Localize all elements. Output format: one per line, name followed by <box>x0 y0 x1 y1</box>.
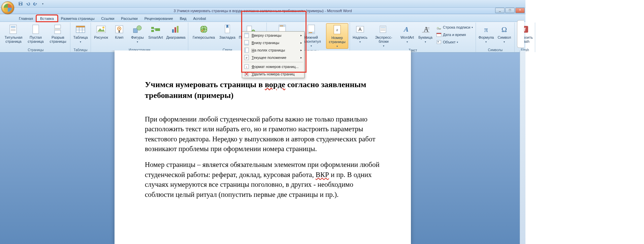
wordart-button[interactable]: A WordArt▾ <box>398 23 416 44</box>
menu-bottom-label: Внизу страницы <box>252 41 298 45</box>
minimize-button[interactable]: _ <box>495 8 505 13</box>
blank-page-label: Пустая страница <box>26 35 46 43</box>
svg-rect-59 <box>437 33 441 34</box>
page-break-button[interactable]: Разрыв страницы <box>47 23 69 43</box>
symbol-label: Символ <box>498 35 511 39</box>
textbox-button[interactable]: A Надпись▾ <box>351 23 369 44</box>
dropcap-button[interactable]: A Буквица▾ <box>417 23 434 44</box>
table-icon <box>75 24 86 35</box>
tab-review[interactable]: Рецензирование <box>141 15 176 22</box>
group-symbols: π Формула▾ Ω Символ▾ Символы <box>476 23 515 52</box>
qat-undo-icon[interactable] <box>25 1 31 7</box>
page-number-button[interactable]: # Номер страницы▾ <box>326 23 348 49</box>
page-number-label: Номер страницы <box>329 36 345 44</box>
datetime-button[interactable]: Дата и время <box>435 31 474 38</box>
qat-redo-icon[interactable] <box>32 1 38 7</box>
bookmark-button[interactable]: Закладка <box>219 23 236 39</box>
chart-button[interactable]: Диаграмма <box>165 23 187 39</box>
menu-remove-numbers[interactable]: Удалить номера страниц <box>242 70 304 78</box>
signature-icon <box>436 25 442 30</box>
object-button[interactable]: Объект ▾ <box>435 39 474 45</box>
picture-button[interactable]: Рисунок <box>92 23 110 39</box>
menu-bottom-of-page[interactable]: Внизу страницы▸ <box>242 39 304 46</box>
bookmark-icon <box>222 24 233 35</box>
svg-rect-4 <box>11 26 15 28</box>
menu-page-margins[interactable]: На полях страницы▸ <box>242 46 304 54</box>
menu-current-icon: # <box>244 55 250 61</box>
close-button[interactable]: × <box>515 8 525 13</box>
maximize-button[interactable]: □ <box>505 8 515 13</box>
hyperlink-icon <box>198 24 209 35</box>
svg-rect-71 <box>245 48 246 52</box>
document-page[interactable]: Учимся нумеровать страницы в ворде согла… <box>115 50 411 244</box>
svg-point-22 <box>119 28 120 29</box>
blank-page-icon <box>30 24 41 35</box>
clip-button[interactable]: Клип <box>110 23 128 39</box>
svg-rect-40 <box>280 26 283 26</box>
svg-rect-28 <box>155 28 160 31</box>
word-window: ▾ 3 Учимся нумеровать страницы в ворде с… <box>0 0 525 244</box>
tab-home[interactable]: Главная <box>15 15 36 22</box>
tab-references[interactable]: Ссылки <box>98 15 118 22</box>
symbol-button[interactable]: Ω Символ▾ <box>495 23 513 44</box>
quickparts-button[interactable]: Экспресс-блоки▾ <box>369 23 398 48</box>
side-tab-handle[interactable] <box>517 20 524 48</box>
vertical-scrollbar[interactable] <box>520 50 525 244</box>
svg-rect-26 <box>151 27 154 29</box>
shapes-button[interactable]: Фигуры▾ <box>129 23 146 44</box>
svg-point-25 <box>137 26 141 30</box>
equation-button[interactable]: π Формула▾ <box>477 23 495 44</box>
tab-view[interactable]: Вид <box>176 15 190 22</box>
svg-rect-8 <box>55 25 61 28</box>
svg-rect-9 <box>55 30 61 34</box>
page-break-label: Разрыв страницы <box>48 35 68 43</box>
cover-page-label: Титульная страница <box>3 35 24 43</box>
svg-rect-7 <box>33 25 39 34</box>
chart-icon <box>170 24 181 35</box>
svg-text:1: 1 <box>246 66 248 69</box>
signature-line-label: Строка подписи <box>443 25 470 29</box>
menu-remove-label: Удалить номера страниц <box>252 72 302 76</box>
menu-current-position[interactable]: # Текущее положение▸ <box>242 54 304 61</box>
shapes-label: Фигуры <box>131 35 144 39</box>
office-button[interactable] <box>1 1 14 14</box>
cover-page-icon <box>8 24 19 35</box>
menu-format-numbers[interactable]: 1 Формат номеров страниц... <box>242 63 304 70</box>
page-break-icon <box>53 24 63 35</box>
cover-page-button[interactable]: Титульная страница <box>3 23 24 43</box>
svg-rect-67 <box>245 33 248 34</box>
svg-rect-30 <box>174 27 176 33</box>
hyperlink-button[interactable]: Гиперссылка <box>190 23 218 39</box>
menu-format-label: Формат номеров страниц... <box>252 65 302 69</box>
qat-customize-icon[interactable]: ▾ <box>40 1 46 7</box>
datetime-label: Дата и время <box>443 33 466 37</box>
svg-text:Ω: Ω <box>502 25 507 34</box>
svg-rect-51 <box>381 30 385 31</box>
svg-text:#: # <box>246 56 247 60</box>
wordart-icon: A <box>402 24 413 35</box>
smartart-icon <box>150 24 161 35</box>
svg-rect-1 <box>20 2 22 4</box>
table-button[interactable]: Таблица▾ <box>72 23 89 44</box>
quickparts-icon <box>378 24 389 35</box>
smartart-button[interactable]: SmartArt <box>147 23 164 39</box>
tab-insert[interactable]: Вставка <box>36 15 58 22</box>
menu-top-of-page[interactable]: Вверху страницы▸ <box>242 32 304 39</box>
menu-current-label: Текущее положение <box>252 56 298 60</box>
picture-label: Рисунок <box>94 35 108 39</box>
tab-acrobat[interactable]: Acrobat <box>190 15 210 22</box>
right-blank-area <box>525 0 644 244</box>
svg-text:A: A <box>403 26 410 33</box>
signature-line-button[interactable]: Строка подписи ▾ <box>435 24 474 31</box>
tab-page-layout[interactable]: Разметка страницы <box>58 15 98 22</box>
svg-text:π: π <box>484 25 488 34</box>
chart-label: Диаграмма <box>166 35 185 39</box>
menu-top-label: Вверху страницы <box>252 33 298 37</box>
tab-mailings[interactable]: Рассылки <box>118 15 141 22</box>
svg-rect-27 <box>151 30 154 32</box>
blank-page-button[interactable]: Пустая страница <box>25 23 46 43</box>
page-number-icon: # <box>332 24 343 35</box>
ribbon-tabs: Главная Вставка Разметка страницы Ссылки… <box>0 14 525 22</box>
qat-save-icon[interactable] <box>18 1 24 7</box>
svg-rect-5 <box>11 29 15 30</box>
